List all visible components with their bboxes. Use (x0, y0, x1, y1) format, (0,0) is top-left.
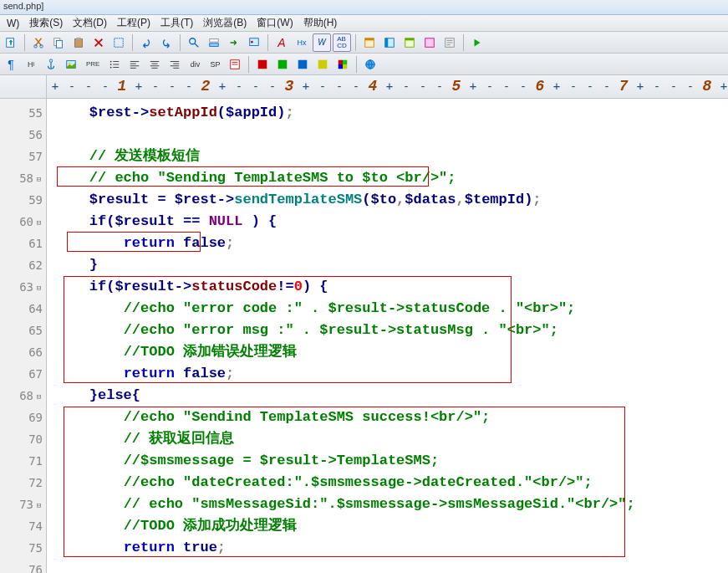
code-line[interactable] (55, 559, 728, 573)
ruler-tick: + (52, 79, 59, 93)
ruler-number: 6 (536, 78, 545, 95)
panel-1-icon[interactable] (360, 33, 379, 52)
panel-4-icon[interactable] (420, 33, 439, 52)
pre-tag-icon[interactable]: PRE (82, 55, 104, 74)
color-red-icon[interactable] (253, 55, 272, 74)
hex-mode-icon[interactable]: Hx (293, 33, 311, 52)
delete-icon[interactable] (89, 33, 108, 52)
align-left-icon[interactable] (125, 55, 144, 74)
color-yellow-icon[interactable] (313, 55, 332, 74)
word-wrap-icon[interactable]: W (313, 33, 331, 52)
code-line[interactable]: // 获取返回信息 (55, 428, 728, 450)
line-number: 72 (0, 472, 43, 494)
undo-icon[interactable] (137, 33, 155, 52)
menu-item-project[interactable]: 工程(P) (112, 14, 155, 32)
code-editor[interactable]: 55565758⊟5960⊟616263⊟6465666768⊟69707172… (0, 99, 728, 573)
copy-icon[interactable] (49, 33, 68, 52)
code-line[interactable]: if($result == NULL ) { (55, 211, 728, 233)
code-line[interactable]: //TODO 添加成功处理逻辑 (55, 515, 728, 537)
svg-point-26 (110, 66, 112, 68)
ruler-number: 7 (619, 78, 629, 95)
replace-icon[interactable] (205, 33, 223, 52)
charset-icon[interactable]: ABCD (333, 33, 351, 52)
image-tag-icon[interactable] (62, 55, 80, 74)
menu-item-tools[interactable]: 工具(T) (155, 14, 198, 32)
code-line[interactable]: //echo "error msg :" . $result->statusMs… (55, 320, 728, 341)
svg-rect-9 (210, 38, 219, 42)
menu-item-help[interactable]: 帮助(H) (298, 14, 343, 32)
bookmark-icon[interactable] (245, 33, 263, 52)
run-icon[interactable] (468, 33, 486, 52)
svg-rect-31 (318, 59, 328, 69)
font-toggle-icon[interactable]: A (272, 33, 291, 52)
ruler-number: 3 (285, 78, 294, 95)
title-text: send.php] (3, 1, 43, 11)
menu-item-browser[interactable]: 浏览器(B) (198, 14, 252, 32)
cut-icon[interactable] (29, 33, 48, 52)
para-mark-icon[interactable]: ¶ (2, 55, 20, 74)
ruler-tick: + (219, 79, 226, 93)
svg-point-21 (49, 59, 53, 62)
list-icon[interactable] (105, 55, 124, 74)
svg-point-8 (190, 38, 196, 43)
code-area[interactable]: $rest->setAppId($appId); // 发送模板短信 // ec… (47, 99, 728, 573)
browser-preview-icon[interactable] (361, 55, 379, 74)
code-line[interactable]: // 发送模板短信 (55, 146, 728, 167)
find-icon[interactable] (185, 33, 203, 52)
color-blue-icon[interactable] (293, 55, 312, 74)
form-icon[interactable] (226, 55, 244, 74)
code-line[interactable]: return false; (55, 363, 728, 385)
panel-3-icon[interactable] (400, 33, 419, 52)
anchor-icon[interactable] (42, 55, 60, 74)
align-right-icon[interactable] (165, 55, 184, 74)
code-line[interactable]: }else{ (55, 385, 728, 407)
panel-2-icon[interactable] (380, 33, 399, 52)
code-line[interactable]: if($result->statusCode!=0) { (55, 276, 728, 298)
svg-rect-29 (278, 59, 288, 69)
code-line[interactable] (55, 124, 728, 146)
code-line[interactable]: //echo "dateCreated:".$smsmessage->dateC… (55, 472, 728, 494)
code-line[interactable]: $rest->setAppId($appId); (55, 102, 728, 124)
paste-icon[interactable] (69, 33, 88, 52)
color-picker-icon[interactable] (333, 55, 352, 74)
goto-icon[interactable] (225, 33, 243, 52)
code-line[interactable]: //echo "error code :" . $result->statusC… (55, 298, 728, 320)
select-all-icon[interactable] (109, 33, 128, 52)
ruler-tick: - (152, 79, 159, 93)
ruler-tick: + (470, 79, 476, 93)
ruler-tick: - (654, 79, 660, 93)
code-line[interactable]: //echo "Sendind TemplateSMS success!<br/… (55, 407, 728, 428)
code-line[interactable]: return false; (55, 233, 728, 254)
sp-tag-icon[interactable]: SP (206, 55, 224, 74)
code-line[interactable]: //TODO 添加错误处理逻辑 (55, 341, 728, 363)
svg-rect-19 (425, 38, 435, 47)
ruler-tick: - (269, 79, 276, 93)
header-tag-icon[interactable]: Hi (22, 55, 40, 74)
menu-item-window[interactable]: 窗口(W) (252, 14, 298, 32)
div-tag-icon[interactable]: div (186, 55, 204, 74)
menu-item-document[interactable]: 文档(D) (68, 14, 112, 32)
svg-rect-34 (339, 64, 343, 69)
line-number: 71 (0, 450, 43, 472)
line-number: 73⊟ (0, 494, 43, 515)
line-number: 64 (0, 298, 43, 320)
svg-rect-4 (56, 40, 62, 48)
code-line[interactable]: // echo "smsMessageSid:".$smsmessage->sm… (55, 494, 728, 515)
redo-icon[interactable] (157, 33, 176, 52)
code-line[interactable]: } (55, 254, 728, 276)
ruler-number: 2 (201, 78, 211, 95)
color-green-icon[interactable] (273, 55, 292, 74)
ruler-number: 5 (452, 78, 461, 95)
code-line[interactable]: // echo "Sending TemplateSMS to $to <br/… (55, 167, 728, 189)
line-number: 55 (0, 102, 43, 124)
align-center-icon[interactable] (145, 55, 164, 74)
code-line[interactable]: $result = $rest->sendTemplateSMS($to,$da… (55, 189, 728, 211)
code-line[interactable]: return true; (55, 537, 728, 559)
menu-item-prefix[interactable]: W) (2, 16, 24, 31)
export-icon[interactable] (2, 33, 20, 52)
ruler-tick: - (520, 79, 527, 93)
code-line[interactable]: //$smsmessage = $result->TemplateSMS; (55, 450, 728, 472)
menu-item-search[interactable]: 搜索(S) (24, 14, 68, 32)
panel-5-icon[interactable] (440, 33, 459, 52)
ruler-tick: - (587, 79, 593, 93)
